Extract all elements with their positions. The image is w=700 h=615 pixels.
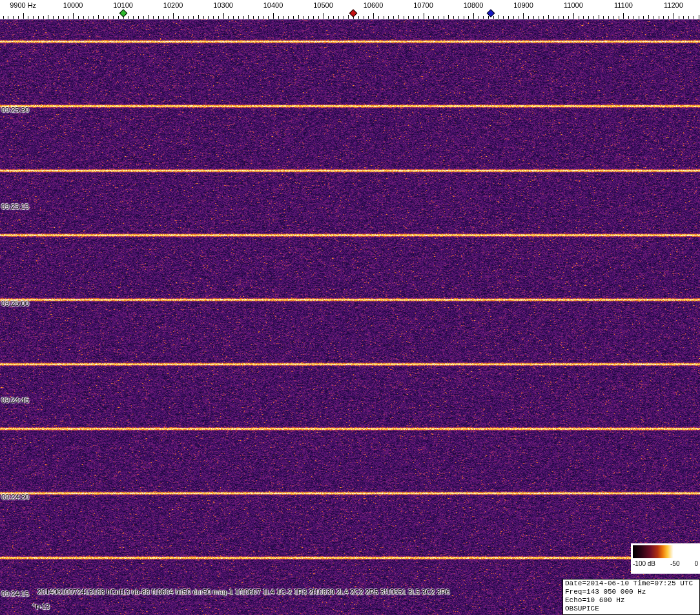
freq-tick-label: 10200	[163, 1, 183, 9]
db-scale-labels: -100 dB -50 0	[631, 560, 700, 567]
time-label: 09:25:30	[1, 106, 29, 114]
time-label: 09:25:00	[1, 299, 29, 307]
db-max-label: 0	[694, 560, 698, 567]
time-label: 09:25:15	[1, 203, 29, 210]
info-frequency: Freq=143 050 000 Hz	[565, 588, 697, 596]
freq-tick-label: 10000	[63, 1, 83, 9]
freq-tick-label: 10100	[113, 1, 133, 9]
freq-tick-label: 10800	[464, 1, 484, 9]
db-mid-label: -50	[670, 560, 679, 567]
observation-info-box: Date=2014-06-10 Time=07:25 UTC Freq=143 …	[562, 579, 700, 615]
freq-tick-label: 10900	[513, 1, 533, 9]
db-min-label: -100 dB	[633, 560, 655, 567]
info-date-time: Date=2014-06-10 Time=07:25 UTC	[565, 580, 697, 588]
freq-tick-label: 11000	[564, 1, 583, 9]
frequency-ruler-ticks-canvas	[0, 0, 700, 19]
freq-tick-label: 10700	[413, 1, 433, 9]
time-label: 09:24:30	[1, 493, 29, 501]
frequency-ruler: 9900 Hz100001010010200103001040010500106…	[0, 0, 700, 19]
detection-status-line: 20140610072413168 hCnt13 nb-88 f10604 hi…	[37, 588, 450, 596]
info-echo: Echo=10 600 Hz	[565, 596, 697, 605]
info-station: OBSUPICE	[565, 605, 697, 613]
freq-tick-label: 11200	[664, 1, 683, 9]
freq-tick-label: 10400	[263, 1, 283, 9]
spectrogram-canvas	[0, 19, 700, 615]
db-gradient-bar	[633, 545, 698, 558]
freq-tick-label: 10600	[364, 1, 384, 9]
time-label: 09:24:45	[1, 396, 29, 404]
freq-tick-label: 9900 Hz	[10, 1, 36, 9]
time-offset-marker: ^t+13	[32, 603, 50, 610]
spectrogram-app: 9900 Hz100001010010200103001040010500106…	[0, 0, 700, 615]
freq-tick-label: 10300	[213, 1, 233, 9]
freq-tick-label: 10500	[313, 1, 333, 9]
time-label: 09:24:15	[1, 590, 29, 598]
freq-tick-label: 11100	[614, 1, 633, 9]
db-color-scale: -100 dB -50 0	[631, 543, 700, 574]
